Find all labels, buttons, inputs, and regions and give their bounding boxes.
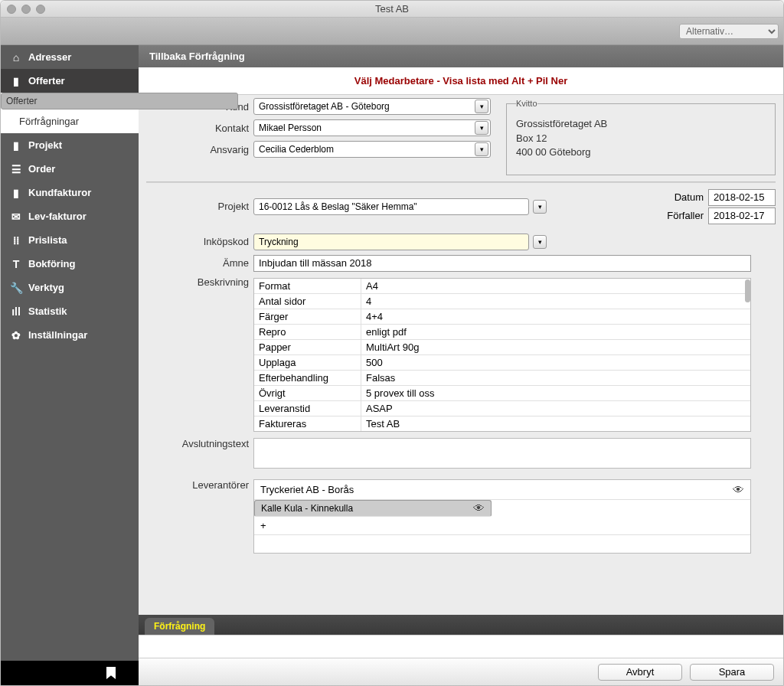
label-avslut: Avslutningstext [146, 438, 253, 449]
kvitto-name: Grossistföretaget AB [516, 117, 766, 131]
kund-select[interactable]: Grossistföretaget AB - Göteborg▾ [253, 98, 491, 115]
hint-label: Välj Medarbetare - Visa lista med Alt + … [139, 67, 783, 95]
table-row[interactable]: Antal sidor4 [254, 294, 750, 309]
sidebar-item-installningar[interactable]: ✿Inställningar [1, 323, 139, 347]
gear-icon: ✿ [10, 329, 22, 341]
table-row[interactable]: PapperMultiArt 90g [254, 340, 750, 355]
sidebar-sub-forfragningar[interactable]: Förfrågningar [1, 109, 139, 133]
kvitto-legend: Kvitto [516, 98, 537, 109]
kontakt-select[interactable]: Mikael Persson▾ [253, 119, 491, 136]
eye-icon[interactable]: 👁 [733, 483, 744, 496]
projekt-select[interactable]: 16-0012 Lås & Beslag "Säker Hemma"▾ [253, 198, 529, 215]
avbryt-button[interactable]: Avbryt [598, 664, 682, 681]
wrench-icon: 🔧 [10, 282, 22, 294]
table-row[interactable]: Övrigt5 provex till oss [254, 386, 750, 401]
table-row[interactable]: FakturerasTest AB [254, 416, 750, 431]
forfaller-field[interactable]: 2018-02-17 [708, 207, 776, 224]
inkopskod-select[interactable]: Tryckning▾ [253, 234, 529, 250]
alternatives-select[interactable]: Alternativ… [679, 24, 779, 39]
lev-row[interactable]: Kalle Kula - Kinnekulla👁 [254, 500, 492, 517]
label-forfaller: Förfaller [667, 210, 704, 221]
eye-icon[interactable]: 👁 [473, 501, 485, 514]
invoice-icon: ▮ [10, 187, 22, 199]
chevron-down-icon: ▾ [475, 100, 488, 113]
kvitto-addr: Box 12 [516, 132, 766, 145]
sidebar-item-bokforing[interactable]: TBokföring [1, 252, 139, 276]
divider [146, 181, 776, 183]
chevron-down-icon: ▾ [475, 121, 488, 135]
sidebar-item-prislista[interactable]: ⁞⁞Prislista [1, 228, 139, 252]
tab-row: Förfrågning [139, 615, 783, 635]
datum-field[interactable]: 2018-02-15 [708, 189, 776, 206]
titlebar: Test AB [1, 1, 783, 18]
label-kontakt: Kontakt [146, 122, 253, 134]
table-row[interactable]: Reproenligt pdf [254, 325, 750, 340]
table-row[interactable]: Upplaga500 [254, 355, 750, 371]
kvitto-box: Kvitto Grossistföretaget AB Box 12 400 0… [506, 98, 776, 175]
leverantorer-list: Tryckeriet AB - Borås👁 Kalle Kula - Kinn… [253, 479, 751, 554]
lev-row[interactable]: Tryckeriet AB - Borås👁 [254, 480, 750, 500]
lev-row[interactable] [254, 535, 750, 553]
mail-icon: ✉ [10, 211, 22, 223]
label-lev: Leverantörer [146, 479, 253, 491]
amne-field[interactable] [253, 255, 751, 272]
sidebar-sub-offerter[interactable]: Offerter [1, 93, 238, 109]
sidebar-item-offerter[interactable]: ▮Offerter [1, 69, 139, 93]
sidebar-item-levfakturor[interactable]: ✉Lev-fakturor [1, 204, 139, 228]
label-amne: Ämne [146, 257, 253, 269]
list-icon: ☰ [10, 163, 22, 175]
breadcrumb[interactable]: Tillbaka Förfrågning [139, 45, 783, 67]
sidebar-item-projekt[interactable]: ▮Projekt [1, 133, 139, 157]
spara-button[interactable]: Spara [690, 664, 774, 681]
label-beskrivning: Beskrivning [146, 276, 253, 288]
sidebar-item-verktyg[interactable]: 🔧Verktyg [1, 276, 139, 299]
document-icon: ▮ [10, 75, 22, 87]
sidebar-item-kundfakturor[interactable]: ▮Kundfakturor [1, 181, 139, 204]
bookmark-bar [1, 661, 139, 685]
ansvarig-select[interactable]: Cecilia Cederblom▾ [253, 141, 491, 158]
footer: Avbryt Spara [139, 658, 783, 685]
table-row[interactable]: LeveranstidASAP [254, 401, 750, 416]
table-row[interactable]: FormatA4 [254, 279, 750, 294]
scrollbar[interactable] [745, 279, 750, 302]
avslut-field[interactable] [253, 438, 751, 469]
blank-area [139, 635, 783, 658]
chevron-down-icon: ▾ [533, 235, 547, 249]
lev-row-add[interactable]: + [254, 517, 750, 535]
bookmark-icon[interactable] [106, 667, 116, 679]
table-row[interactable]: Färger4+4 [254, 309, 750, 325]
home-icon: ⌂ [10, 51, 22, 64]
price-icon: ⁞⁞ [10, 234, 22, 247]
sidebar-item-adresser[interactable]: ⌂Adresser [1, 45, 139, 69]
sidebar: ⌂Adresser ▮Offerter Offerter Förfrågning… [1, 45, 139, 685]
tab-forfragning[interactable]: Förfrågning [145, 618, 214, 635]
beskrivning-table[interactable]: FormatA4Antal sidor4Färger4+4Reproenligt… [253, 278, 751, 432]
folder-icon: ▮ [10, 139, 22, 152]
label-datum: Datum [675, 191, 704, 203]
kvitto-city: 400 00 Göteborg [516, 145, 766, 159]
toolbar: Alternativ… [1, 18, 783, 45]
bars-icon: ıll [10, 305, 22, 318]
sidebar-item-order[interactable]: ☰Order [1, 157, 139, 181]
chevron-down-icon: ▾ [533, 200, 547, 214]
table-row[interactable]: EfterbehandlingFalsas [254, 371, 750, 386]
label-ansvarig: Ansvarig [146, 144, 253, 155]
chevron-down-icon: ▾ [475, 142, 488, 156]
label-inkopskod: Inköpskod [146, 236, 253, 247]
text-icon: T [10, 258, 22, 270]
sidebar-item-statistik[interactable]: ıllStatistik [1, 299, 139, 323]
label-projekt: Projekt [146, 201, 253, 212]
window-title: Test AB [1, 3, 783, 15]
